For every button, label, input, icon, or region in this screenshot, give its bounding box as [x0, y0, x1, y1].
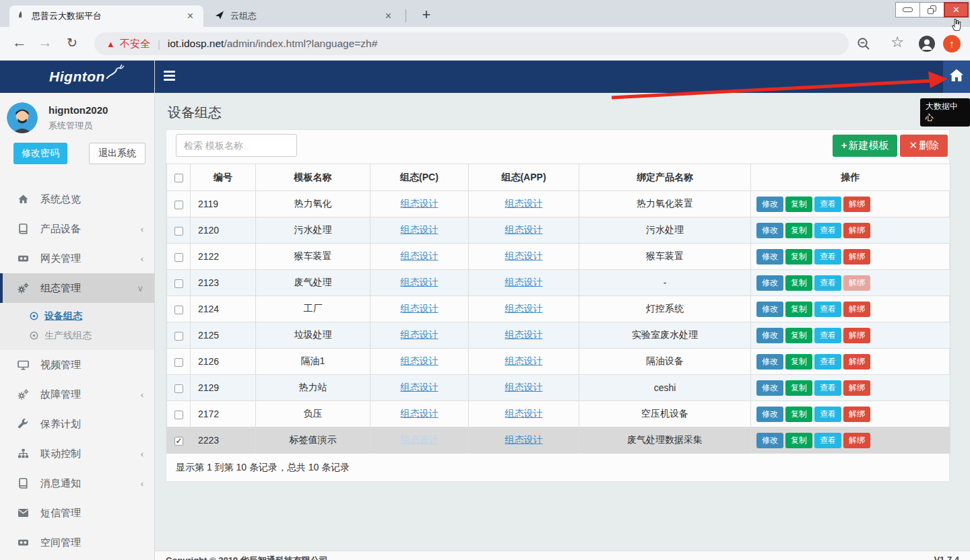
- view-button[interactable]: 查看: [814, 380, 841, 396]
- sidebar-item-fault-management[interactable]: 故障管理‹: [0, 380, 154, 409]
- submenu-item-line-scada[interactable]: 生产线组态: [0, 326, 154, 345]
- row-checkbox[interactable]: [174, 358, 183, 367]
- copy-button[interactable]: 复制: [785, 302, 812, 317]
- view-button[interactable]: 查看: [814, 407, 841, 422]
- app-design-link[interactable]: 组态设计: [505, 250, 543, 261]
- edit-button[interactable]: 修改: [756, 223, 783, 238]
- bookmark-star-icon[interactable]: ☆: [891, 34, 904, 51]
- delete-button[interactable]: ✕删除: [900, 135, 948, 157]
- back-button[interactable]: ←: [9, 34, 30, 51]
- edit-button[interactable]: 修改: [756, 407, 783, 422]
- app-design-link[interactable]: 组态设计: [505, 329, 543, 340]
- edit-button[interactable]: 修改: [756, 328, 783, 343]
- new-template-button[interactable]: +新建模板: [833, 135, 898, 157]
- hamburger-menu-icon[interactable]: [164, 71, 175, 83]
- copy-button[interactable]: 复制: [785, 249, 812, 265]
- edit-button[interactable]: 修改: [756, 197, 783, 212]
- sidebar-item-video-management[interactable]: 视频管理: [0, 350, 154, 380]
- app-design-link[interactable]: 组态设计: [505, 355, 543, 366]
- row-checkbox[interactable]: [174, 306, 183, 314]
- tab-close-icon[interactable]: ×: [184, 11, 197, 22]
- unbind-button[interactable]: 解绑: [843, 197, 870, 212]
- sidebar-item-product-device[interactable]: 产品设备‹: [0, 214, 154, 244]
- app-design-link[interactable]: 组态设计: [505, 434, 543, 445]
- pc-design-link[interactable]: 组态设计: [401, 277, 439, 287]
- view-button[interactable]: 查看: [814, 197, 841, 212]
- edit-button[interactable]: 修改: [756, 354, 783, 370]
- row-checkbox[interactable]: [174, 411, 183, 419]
- row-checkbox[interactable]: [174, 279, 183, 288]
- submenu-item-device-scada[interactable]: 设备组态: [0, 306, 154, 326]
- app-design-link[interactable]: 组态设计: [505, 408, 543, 419]
- sidebar-item-scada-management[interactable]: 组态管理∨: [0, 273, 154, 303]
- sidebar-item-system-overview[interactable]: 系统总览: [0, 184, 154, 214]
- edit-button[interactable]: 修改: [756, 433, 783, 448]
- select-all-checkbox[interactable]: [174, 174, 183, 182]
- row-checkbox[interactable]: [174, 332, 183, 341]
- zoom-out-icon[interactable]: [856, 36, 871, 54]
- pc-design-link[interactable]: 组态设计: [401, 355, 439, 366]
- unbind-button[interactable]: 解绑: [843, 302, 870, 317]
- copy-button[interactable]: 复制: [785, 275, 812, 291]
- search-input[interactable]: [176, 134, 297, 157]
- sidebar-item-space-management[interactable]: 空间管理: [0, 528, 154, 557]
- view-button[interactable]: 查看: [814, 328, 841, 343]
- unbind-button[interactable]: 解绑: [843, 354, 870, 370]
- close-button[interactable]: ✕: [944, 2, 969, 18]
- row-checkbox[interactable]: [174, 437, 183, 446]
- change-password-button[interactable]: 修改密码: [13, 143, 67, 164]
- view-button[interactable]: 查看: [814, 249, 841, 265]
- edit-button[interactable]: 修改: [756, 302, 783, 317]
- unbind-button[interactable]: 解绑: [843, 380, 870, 396]
- app-design-link[interactable]: 组态设计: [505, 277, 543, 287]
- copy-button[interactable]: 复制: [785, 354, 812, 370]
- edit-button[interactable]: 修改: [756, 275, 783, 291]
- unbind-button[interactable]: 解绑: [843, 433, 870, 448]
- copy-button[interactable]: 复制: [785, 328, 812, 343]
- unbind-button[interactable]: 解绑: [843, 275, 870, 291]
- unbind-button[interactable]: 解绑: [843, 223, 870, 238]
- sidebar-item-sms-management[interactable]: 短信管理: [0, 498, 154, 528]
- new-tab-button[interactable]: +: [416, 5, 437, 26]
- unbind-button[interactable]: 解绑: [843, 249, 870, 265]
- pc-design-link[interactable]: 组态设计: [401, 408, 439, 419]
- edit-button[interactable]: 修改: [756, 249, 783, 265]
- browser-update-icon[interactable]: ↑: [943, 35, 961, 53]
- row-checkbox[interactable]: [174, 227, 183, 236]
- unbind-button[interactable]: 解绑: [843, 407, 870, 422]
- row-checkbox[interactable]: [174, 384, 183, 393]
- tab-close-icon[interactable]: ×: [382, 11, 395, 22]
- copy-button[interactable]: 复制: [785, 197, 812, 212]
- logout-button[interactable]: 退出系统: [89, 143, 146, 164]
- pc-design-link[interactable]: 组态设计: [401, 329, 439, 340]
- view-button[interactable]: 查看: [814, 354, 841, 370]
- sidebar-item-linkage-control[interactable]: 联动控制‹: [0, 439, 154, 468]
- copy-button[interactable]: 复制: [785, 433, 812, 448]
- edit-button[interactable]: 修改: [756, 380, 783, 396]
- browser-tab-1[interactable]: 思普云大数据平台 ×: [9, 5, 203, 27]
- view-button[interactable]: 查看: [814, 275, 841, 291]
- app-design-link[interactable]: 组态设计: [505, 303, 543, 314]
- copy-button[interactable]: 复制: [785, 380, 812, 396]
- copy-button[interactable]: 复制: [785, 223, 812, 238]
- app-design-link[interactable]: 组态设计: [505, 224, 543, 235]
- copy-button[interactable]: 复制: [785, 407, 812, 422]
- pc-design-link[interactable]: 组态设计: [401, 250, 439, 261]
- view-button[interactable]: 查看: [814, 433, 841, 448]
- address-bar[interactable]: ▲ 不安全 | iot.idosp.net /admin/index.html?…: [94, 32, 849, 55]
- forward-button[interactable]: →: [35, 34, 55, 51]
- app-design-link[interactable]: 组态设计: [505, 382, 543, 392]
- row-checkbox[interactable]: [174, 253, 183, 262]
- pc-design-link[interactable]: 组态设计: [401, 224, 439, 235]
- minimize-button[interactable]: [895, 2, 920, 18]
- sidebar-item-maintenance-plan[interactable]: 保养计划: [0, 409, 154, 439]
- view-button[interactable]: 查看: [814, 302, 841, 317]
- row-checkbox[interactable]: [174, 201, 183, 209]
- sidebar-item-gateway-management[interactable]: 网关管理‹: [0, 244, 154, 273]
- unbind-button[interactable]: 解绑: [843, 328, 870, 343]
- profile-avatar-icon[interactable]: [919, 36, 935, 55]
- sidebar-item-message-notice[interactable]: 消息通知‹: [0, 468, 154, 498]
- bigdata-home-button[interactable]: [943, 61, 970, 93]
- reload-button[interactable]: ↻: [62, 35, 82, 50]
- pc-design-link[interactable]: 组态设计: [401, 198, 439, 209]
